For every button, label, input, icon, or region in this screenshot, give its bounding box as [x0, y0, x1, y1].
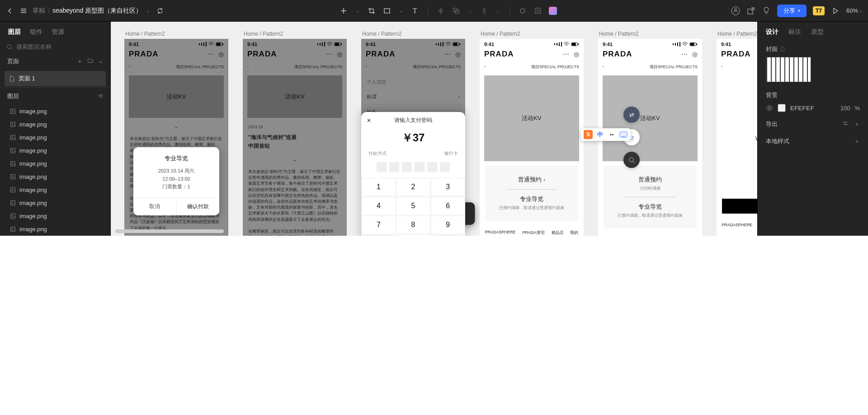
- play-icon[interactable]: [831, 6, 840, 15]
- fill-hex[interactable]: EFEFEF: [790, 105, 836, 112]
- back-icon[interactable]: ‹: [484, 64, 486, 70]
- tab-design[interactable]: 设计: [766, 28, 778, 36]
- fill-pct[interactable]: 100: [840, 105, 850, 112]
- zoom-control[interactable]: 60%⌄: [846, 7, 863, 14]
- key-0[interactable]: 0: [397, 235, 430, 236]
- layer-item[interactable]: image.png: [0, 196, 110, 210]
- more-icon[interactable]: ⋯: [681, 51, 688, 58]
- badge-t7[interactable]: T7: [813, 6, 825, 15]
- chevron-down-icon[interactable]: ⌄: [145, 6, 151, 15]
- chevron-down-icon[interactable]: ⌄: [243, 154, 347, 166]
- artboard[interactable]: 9:41PRADA⋯◎‹项目SPECIAL PROJECTS活动KV2023.1…: [243, 39, 347, 236]
- confirm-button[interactable]: 确认付款: [177, 198, 220, 215]
- folder-icon[interactable]: [87, 57, 94, 65]
- booking-card[interactable]: 普通预约已到时满额专业导览已预约满额，敬请通过普通预约观展: [604, 166, 697, 228]
- ime-bar[interactable]: S 中 ••: [581, 128, 631, 141]
- menu-icon[interactable]: [19, 6, 28, 15]
- breadcrumb-title[interactable]: seabeyond 原型图（来自社区）: [52, 7, 142, 15]
- info-icon[interactable]: ⓘ: [780, 46, 785, 53]
- target-icon[interactable]: ◎: [337, 51, 342, 58]
- key-2[interactable]: 2: [397, 178, 430, 196]
- layer-item[interactable]: image.png: [0, 210, 110, 223]
- tab-prototype[interactable]: 原型: [811, 28, 824, 36]
- component-icon[interactable]: [480, 6, 489, 15]
- nav-item[interactable]: PRADASPHERE: [722, 223, 752, 228]
- mask-icon[interactable]: [533, 6, 542, 15]
- booking-card[interactable]: 普通预约›专业导览已预约满额，敬请通过普通预约观展: [485, 166, 578, 221]
- nav-item[interactable]: PRADASPHERE: [485, 230, 515, 236]
- target-icon[interactable]: ◎: [218, 51, 224, 58]
- ime-lang[interactable]: 中: [595, 130, 604, 139]
- layer-item[interactable]: image.png: [0, 105, 110, 118]
- layer-item[interactable]: image.png: [0, 183, 110, 196]
- key-9[interactable]: 9: [431, 216, 464, 233]
- ime-punct[interactable]: ••: [607, 130, 616, 139]
- back-icon[interactable]: ‹: [603, 64, 604, 70]
- tab-annotate[interactable]: 标注: [788, 28, 801, 36]
- add-icon[interactable]: ＋: [854, 137, 860, 145]
- avatar-icon[interactable]: [731, 6, 740, 15]
- more-icon[interactable]: ⋯: [444, 51, 451, 58]
- nav-item[interactable]: 我的: [570, 230, 578, 236]
- back-icon[interactable]: ‹: [366, 64, 367, 70]
- search-input[interactable]: [16, 43, 104, 50]
- sort-icon[interactable]: [97, 93, 103, 99]
- key-3[interactable]: 3: [431, 178, 464, 196]
- tab-assets[interactable]: 资源: [52, 28, 64, 36]
- back-icon[interactable]: ‹: [129, 64, 130, 70]
- artboard[interactable]: 9:41PRADA⋯◎‹项目SPECIAL PROJECTSWorkshop›预…: [717, 39, 757, 236]
- nav-item[interactable]: 精品店: [552, 230, 564, 236]
- chevron-down-icon[interactable]: ⌄: [495, 6, 501, 15]
- crop-icon[interactable]: [367, 6, 376, 15]
- sync-icon[interactable]: [156, 6, 165, 15]
- plus-icon[interactable]: [339, 6, 348, 15]
- chevron-down-icon[interactable]: ⌄: [467, 6, 473, 15]
- back-icon[interactable]: ‹: [721, 64, 722, 70]
- chevron-down-icon[interactable]: ⌄: [98, 57, 103, 65]
- back-icon[interactable]: ‹: [247, 64, 249, 70]
- chevron-down-icon[interactable]: ⌄: [398, 6, 404, 15]
- boolean-icon[interactable]: [452, 6, 461, 15]
- share-button[interactable]: 分享 ▾: [777, 5, 807, 17]
- more-icon[interactable]: ⋯: [326, 51, 332, 58]
- target-icon[interactable]: ◎: [692, 51, 698, 58]
- chevron-down-icon[interactable]: ⌄: [124, 121, 228, 133]
- ime-keyboard-icon[interactable]: [619, 130, 628, 139]
- key-4[interactable]: 4: [362, 197, 395, 214]
- more-icon[interactable]: ⋯: [208, 51, 214, 58]
- key-7[interactable]: 7: [362, 216, 395, 233]
- key-6[interactable]: 6: [431, 197, 464, 214]
- page-item[interactable]: 页面 1: [5, 71, 106, 86]
- more-icon[interactable]: ⋯: [563, 51, 569, 58]
- layer-item[interactable]: image.png: [0, 223, 110, 236]
- layer-item[interactable]: image.png: [0, 157, 110, 170]
- fill-swatch[interactable]: [778, 104, 786, 112]
- reserve-workshop-button[interactable]: 预约工: [722, 199, 757, 214]
- canvas[interactable]: Home / Pattern29:41PRADA⋯◎‹项目SPECIAL PRO…: [111, 22, 757, 236]
- translate-icon[interactable]: ⇄: [623, 107, 640, 123]
- bulb-icon[interactable]: [762, 6, 771, 15]
- add-page-icon[interactable]: ＋: [77, 57, 83, 65]
- search-icon[interactable]: [623, 152, 640, 168]
- rect-icon[interactable]: [382, 6, 392, 15]
- chevron-down-icon[interactable]: ⌄: [354, 6, 361, 15]
- settings-icon[interactable]: [842, 120, 849, 128]
- ai-icon[interactable]: [549, 7, 557, 15]
- visibility-icon[interactable]: [766, 105, 773, 111]
- add-icon[interactable]: ＋: [854, 120, 860, 128]
- artboard[interactable]: 9:41PRADA⋯◎‹项目SPECIAL PROJECTS活动KV⌄本次展览以…: [124, 39, 228, 236]
- key-5[interactable]: 5: [397, 197, 430, 214]
- horizontal-scrollbar[interactable]: [115, 229, 224, 233]
- breadcrumb-draft[interactable]: 草稿: [33, 7, 45, 15]
- artboard[interactable]: 9:41PRADA⋯◎‹项目SPECIAL PROJECTS个人信息称谓›姓氏›…: [361, 39, 465, 236]
- invite-icon[interactable]: [746, 6, 755, 15]
- back-icon[interactable]: [5, 6, 14, 15]
- cover-thumbnail[interactable]: [766, 57, 811, 82]
- key-backspace[interactable]: ⌫: [431, 235, 464, 236]
- target-icon[interactable]: ◎: [455, 51, 461, 58]
- layer-item[interactable]: image.png: [0, 131, 110, 144]
- artboard[interactable]: 9:41PRADA⋯◎‹项目SPECIAL PROJECTS活动KV普通预约›专…: [480, 39, 584, 236]
- tab-layers[interactable]: 图层: [8, 28, 21, 36]
- chevron-right-icon[interactable]: ›: [717, 187, 757, 194]
- form-row[interactable]: 称谓›: [361, 89, 465, 105]
